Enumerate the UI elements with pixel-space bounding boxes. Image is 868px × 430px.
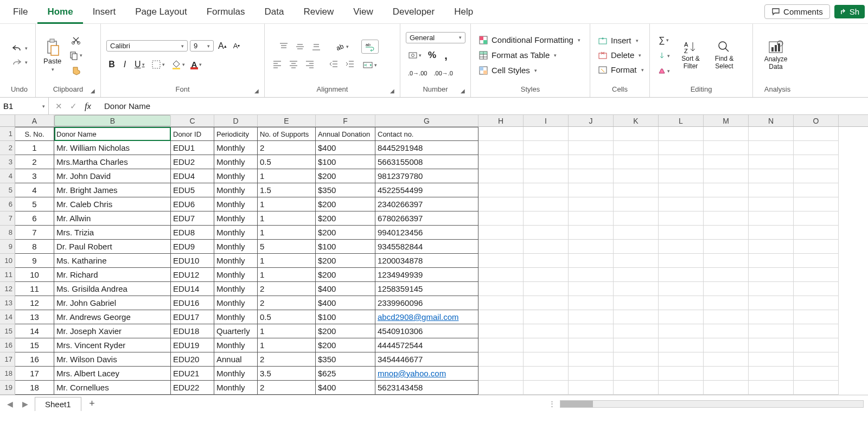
cell[interactable]	[794, 127, 839, 141]
cell[interactable]: Monthly	[214, 211, 258, 226]
cell[interactable]: 18	[15, 381, 54, 395]
cell[interactable]: 1	[258, 324, 316, 338]
cell[interactable]	[704, 169, 749, 183]
cell[interactable]: abcd2908@gmail.com	[375, 310, 478, 324]
cell[interactable]	[704, 183, 749, 197]
cell[interactable]: 4	[15, 183, 54, 197]
cell[interactable]: Annual Donation	[316, 127, 375, 141]
cell[interactable]: Donor Name	[54, 127, 171, 141]
cell[interactable]	[749, 211, 794, 226]
cell[interactable]	[749, 141, 794, 155]
cell[interactable]	[478, 226, 524, 240]
analyze-data-button[interactable]: Analyze Data	[758, 38, 793, 71]
cell[interactable]: Quarterly	[214, 324, 258, 338]
row-header[interactable]: 3	[0, 155, 15, 169]
cell[interactable]: $350	[316, 352, 375, 367]
sort-filter-button[interactable]: AZ Sort & Filter	[675, 39, 706, 70]
cell[interactable]: Mr. Andrews George	[54, 310, 171, 324]
autosum-button[interactable]: ∑▾	[656, 34, 671, 47]
cell[interactable]	[614, 211, 659, 226]
cell[interactable]	[749, 352, 794, 367]
cell[interactable]	[749, 381, 794, 395]
menu-tab-help[interactable]: Help	[444, 0, 483, 24]
cell[interactable]	[749, 338, 794, 352]
cell[interactable]: 5	[15, 197, 54, 211]
cell[interactable]	[704, 310, 749, 324]
cell[interactable]	[569, 211, 614, 226]
cell[interactable]: 15	[15, 338, 54, 352]
cancel-edit-button[interactable]: ✕	[53, 100, 65, 113]
bold-button[interactable]: B	[106, 58, 117, 71]
cell[interactable]: $400	[316, 296, 375, 310]
row-header[interactable]: 18	[0, 367, 15, 381]
cell[interactable]	[659, 155, 704, 169]
cell[interactable]: Mr. John David	[54, 169, 171, 183]
cell[interactable]: 12	[15, 296, 54, 310]
cell[interactable]: $350	[316, 183, 375, 197]
cell[interactable]	[659, 338, 704, 352]
format-painter-button[interactable]	[69, 64, 83, 77]
cell[interactable]: 1	[258, 211, 316, 226]
increase-decimal-button[interactable]: .0→.00	[406, 68, 429, 79]
cell[interactable]	[478, 352, 524, 367]
menu-tab-insert[interactable]: Insert	[83, 0, 126, 24]
cell[interactable]	[659, 381, 704, 395]
cell[interactable]: EDU4	[171, 169, 214, 183]
cell[interactable]	[794, 324, 839, 338]
cell[interactable]: Mr. Wilson Davis	[54, 352, 171, 367]
cell[interactable]	[614, 226, 659, 240]
cell[interactable]: Monthly	[214, 183, 258, 197]
cell[interactable]: EDU8	[171, 226, 214, 240]
cell[interactable]	[659, 197, 704, 211]
cell[interactable]	[569, 141, 614, 155]
column-header-E[interactable]: E	[258, 115, 316, 126]
align-center-button[interactable]	[286, 58, 301, 70]
cell[interactable]	[478, 324, 524, 338]
cell[interactable]	[659, 367, 704, 381]
cell[interactable]	[569, 324, 614, 338]
menu-tab-home[interactable]: Home	[37, 0, 82, 24]
menu-tab-developer[interactable]: Developer	[383, 0, 445, 24]
tab-menu-button[interactable]: ⋮	[548, 400, 556, 408]
cell[interactable]	[704, 197, 749, 211]
cell[interactable]	[659, 282, 704, 296]
cell[interactable]: 2	[15, 155, 54, 169]
cell[interactable]	[569, 169, 614, 183]
cell[interactable]	[704, 282, 749, 296]
column-header-L[interactable]: L	[659, 115, 704, 126]
cell[interactable]: 4540910306	[375, 324, 478, 338]
cell[interactable]	[659, 226, 704, 240]
cell[interactable]	[749, 197, 794, 211]
cell[interactable]	[659, 211, 704, 226]
cell[interactable]: $625	[316, 367, 375, 381]
copy-button[interactable]: ▾	[67, 49, 85, 62]
cell[interactable]	[749, 226, 794, 240]
cell[interactable]: 1	[258, 268, 316, 282]
cell[interactable]: EDU12	[171, 268, 214, 282]
cell[interactable]	[794, 310, 839, 324]
share-button[interactable]: Sh	[834, 5, 865, 18]
cell[interactable]	[794, 254, 839, 268]
cell[interactable]	[659, 240, 704, 254]
cell[interactable]: Ms. Grisilda Andrea	[54, 282, 171, 296]
cell[interactable]: 1258359145	[375, 282, 478, 296]
row-header[interactable]: 17	[0, 352, 15, 367]
cell[interactable]	[478, 367, 524, 381]
cell[interactable]	[749, 240, 794, 254]
cell[interactable]	[704, 155, 749, 169]
paste-button[interactable]: Paste ▾	[41, 37, 63, 73]
cell[interactable]	[794, 338, 839, 352]
cell[interactable]	[794, 381, 839, 395]
cell[interactable]	[524, 352, 569, 367]
cell[interactable]: Dr. Paul Robert	[54, 240, 171, 254]
cell[interactable]: 1	[258, 197, 316, 211]
cell[interactable]	[524, 226, 569, 240]
cell[interactable]	[794, 240, 839, 254]
font-name-select[interactable]: Calibri▾	[106, 40, 188, 52]
cell[interactable]: 5	[258, 240, 316, 254]
cell[interactable]	[614, 127, 659, 141]
cell[interactable]: EDU1	[171, 141, 214, 155]
cell[interactable]	[704, 296, 749, 310]
italic-button[interactable]: I	[119, 58, 130, 71]
cell[interactable]	[478, 197, 524, 211]
